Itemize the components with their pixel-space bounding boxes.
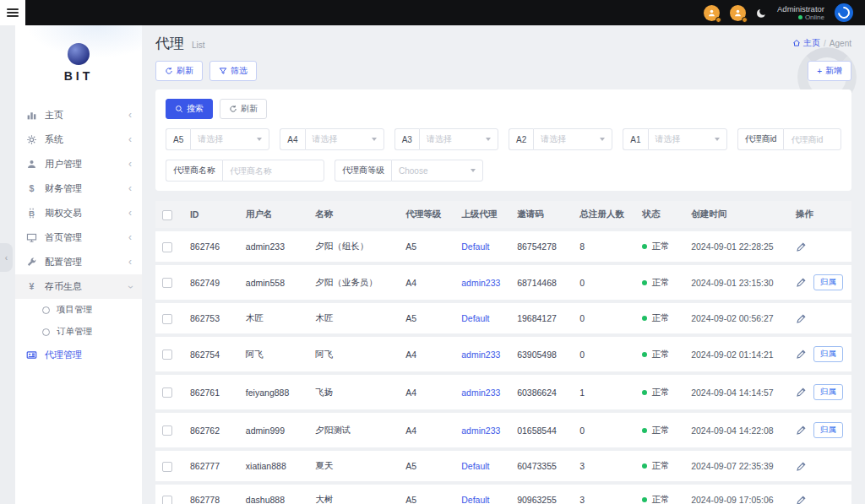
agents-table-wrap: ID用户名名称代理等级上级代理邀请码总注册人数状态创建时间操作 862746ad… — [155, 198, 851, 504]
radio-icon — [42, 328, 50, 336]
cell-invite-code: 60386624 — [510, 375, 573, 409]
filter-button[interactable]: 筛选 — [209, 61, 257, 81]
parent-agent-link[interactable]: admin233 — [461, 350, 500, 360]
admin-name: Administrator — [777, 4, 824, 14]
row-checkbox[interactable] — [162, 314, 172, 324]
moon-icon[interactable] — [756, 8, 767, 19]
assign-button[interactable]: 归属 — [813, 274, 843, 290]
filter-agent-name-group: 代理商名称 — [166, 160, 324, 182]
sidebar-item-options[interactable]: B期权交易‹ — [15, 201, 142, 225]
funnel-icon — [219, 67, 227, 75]
column-header: 用户名 — [239, 201, 308, 228]
agent-level-label: 代理商等级 — [335, 160, 391, 182]
agent-level-select[interactable]: Choose — [391, 160, 483, 182]
header-checkbox-cell — [155, 201, 183, 228]
sidebar-item-label: 财务管理 — [45, 182, 82, 195]
cell-level: A5 — [399, 451, 454, 481]
filter-selects-row: A5请选择A4请选择A3请选择A2请选择A1请选择 代理商id — [166, 128, 841, 150]
filter-agent-level-group: 代理商等级 Choose — [335, 160, 483, 182]
coin-badge-icon-2[interactable] — [730, 5, 746, 21]
agent-name-label: 代理商名称 — [166, 160, 222, 182]
filter-refresh-button[interactable]: 刷新 — [220, 99, 267, 119]
sidebar-subitem[interactable]: 项目管理 — [15, 299, 142, 321]
row-checkbox[interactable] — [162, 278, 172, 288]
parent-agent-link[interactable]: Default — [461, 313, 489, 323]
edit-button[interactable] — [796, 313, 807, 324]
status-badge: 正常 — [642, 241, 677, 252]
status-badge: 正常 — [642, 312, 677, 324]
row-checkbox[interactable] — [162, 496, 172, 504]
admin-profile[interactable]: Administrator Online — [777, 4, 824, 22]
edit-button[interactable] — [796, 495, 807, 504]
status-dot-icon — [642, 428, 647, 433]
refresh-button[interactable]: 刷新 — [155, 61, 203, 81]
row-checkbox[interactable] — [162, 242, 172, 252]
cell-invite-code: 60473355 — [510, 451, 573, 481]
home-icon — [792, 39, 801, 47]
sidebar-item-label: 存币生息 — [45, 280, 82, 293]
sidebar-item-agent[interactable]: 代理管理 — [15, 343, 142, 367]
filter-select-control[interactable]: 请选择 — [419, 128, 498, 150]
parent-agent-link[interactable]: admin233 — [461, 425, 500, 436]
cell-created-time: 2024-09-04 14:22:08 — [684, 413, 789, 447]
column-header: 上级代理 — [454, 201, 510, 228]
parent-agent-link[interactable]: Default — [461, 241, 489, 252]
sidebar-item-finance[interactable]: $财务管理‹ — [15, 176, 142, 201]
hamburger-menu-icon[interactable] — [7, 7, 19, 19]
edit-button[interactable] — [796, 387, 807, 398]
cell-invite-code: 68714468 — [510, 265, 573, 300]
select-all-checkbox[interactable] — [162, 210, 172, 220]
edit-button[interactable] — [796, 277, 807, 288]
status-dot-icon — [642, 497, 647, 502]
row-checkbox[interactable] — [162, 425, 172, 436]
assign-button[interactable]: 归属 — [813, 346, 843, 362]
refresh-icon — [165, 67, 173, 75]
edit-button[interactable] — [796, 349, 807, 360]
sidebar-item-system[interactable]: 系统‹ — [15, 127, 142, 152]
column-header: 总注册人数 — [573, 201, 635, 228]
sidebar-collapse-handle[interactable]: ‹ — [0, 243, 13, 272]
sidebar-item-config[interactable]: 配置管理‹ — [15, 250, 142, 274]
search-button[interactable]: 搜索 — [166, 99, 213, 119]
left-gutter: ‹ — [0, 25, 15, 504]
sidebar-item-homepage[interactable]: 首页管理‹ — [15, 225, 142, 250]
edit-button[interactable] — [796, 241, 807, 252]
agent-name-input[interactable] — [230, 166, 317, 176]
row-checkbox[interactable] — [162, 462, 172, 472]
parent-agent-link[interactable]: Default — [461, 495, 489, 504]
cell-id: 862777 — [183, 451, 239, 481]
sidebar-item-label: 期权交易 — [45, 207, 82, 219]
agent-id-input[interactable] — [791, 135, 834, 144]
row-checkbox[interactable] — [162, 350, 172, 360]
parent-agent-link[interactable]: Default — [461, 461, 489, 471]
parent-agent-link[interactable]: admin233 — [461, 387, 500, 398]
brand-area[interactable]: BIT — [15, 25, 142, 100]
users-icon — [25, 159, 37, 171]
sidebar-subitem[interactable]: 订单管理 — [15, 321, 142, 343]
edit-button[interactable] — [796, 461, 807, 472]
sidebar-item-users[interactable]: 用户管理‹ — [15, 152, 142, 176]
svg-text:B: B — [28, 209, 34, 218]
parent-agent-link[interactable]: admin233 — [461, 278, 500, 288]
cell-level: A4 — [399, 413, 454, 447]
coin-badge-icon-1[interactable] — [704, 5, 720, 21]
filter-select-control[interactable]: 请选择 — [648, 128, 727, 150]
breadcrumb-home-link[interactable]: 主页 — [792, 37, 820, 49]
sidebar-item-label: 用户管理 — [45, 158, 82, 171]
filter-select-control[interactable]: 请选择 — [305, 128, 384, 150]
filter-agent-id-group: 代理商id — [737, 128, 841, 150]
filter-select-control[interactable]: 请选择 — [533, 128, 612, 150]
cell-name: 夕阳测试 — [308, 413, 399, 447]
bitcoin-icon: B — [25, 208, 37, 219]
add-button[interactable]: + 新增 — [808, 61, 851, 81]
filter-select-control[interactable]: 请选择 — [190, 128, 269, 150]
filter-select-label: A4 — [280, 128, 304, 150]
assign-button[interactable]: 归属 — [813, 422, 843, 438]
brand-logo-icon[interactable] — [835, 3, 853, 22]
row-checkbox[interactable] — [162, 387, 172, 398]
cell-username: feiyang888 — [239, 375, 308, 409]
assign-button[interactable]: 归属 — [813, 384, 843, 400]
sidebar-item-home[interactable]: 主页‹ — [15, 103, 142, 127]
sidebar-item-deposit[interactable]: ¥存币生息‹ — [15, 274, 142, 299]
edit-button[interactable] — [796, 425, 807, 436]
